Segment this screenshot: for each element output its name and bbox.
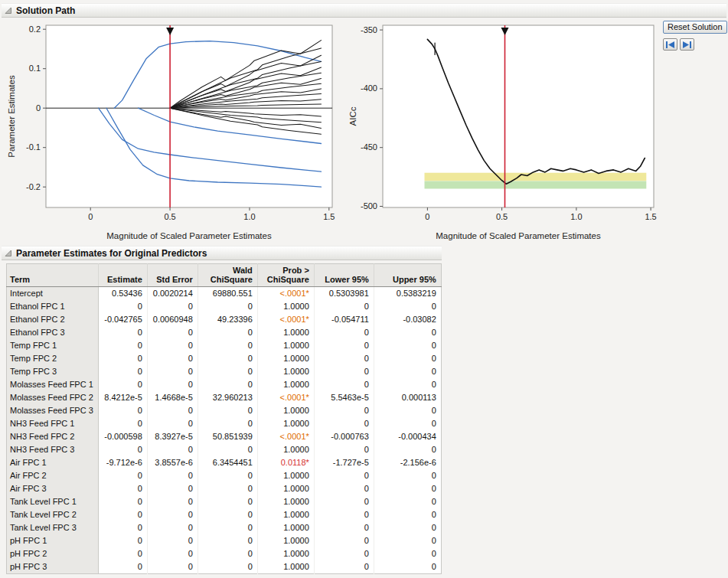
value-cell: 0 bbox=[147, 378, 198, 391]
table-row[interactable]: Molasses Feed FPC 28.4212e-51.4668e-532.… bbox=[7, 391, 442, 404]
value-cell: 0 bbox=[98, 469, 147, 482]
value-cell: 0 bbox=[98, 417, 147, 430]
table-row[interactable]: Ethanol FPC 30001.000000 bbox=[7, 326, 442, 339]
term-cell: Intercept bbox=[7, 287, 99, 301]
value-cell: 1.0000 bbox=[257, 326, 314, 339]
value-cell: 8.4212e-5 bbox=[98, 391, 147, 404]
value-cell: 1.0000 bbox=[257, 508, 314, 521]
value-cell: 3.8557e-6 bbox=[147, 456, 198, 469]
value-cell: 0.0118* bbox=[257, 456, 314, 469]
value-cell: 0 bbox=[314, 339, 374, 352]
table-row[interactable]: NH3 Feed FPC 10001.000000 bbox=[7, 417, 442, 430]
value-cell: 1.0000 bbox=[257, 404, 314, 417]
value-cell: 0 bbox=[147, 560, 198, 574]
svg-text:0.2: 0.2 bbox=[29, 24, 41, 34]
svg-text:0.1: 0.1 bbox=[29, 64, 41, 73]
column-header-term[interactable]: Term bbox=[7, 264, 99, 287]
value-cell: 0 bbox=[98, 482, 147, 495]
svg-text:0: 0 bbox=[88, 212, 93, 221]
term-cell: Tank Level FPC 1 bbox=[7, 495, 99, 508]
value-cell: -1.727e-5 bbox=[314, 456, 374, 469]
value-cell: 0.000113 bbox=[374, 391, 441, 404]
value-cell: 0 bbox=[98, 378, 147, 391]
table-row[interactable]: Molasses Feed FPC 10001.000000 bbox=[7, 378, 442, 391]
column-header-upper_95[interactable]: Upper 95% bbox=[374, 264, 441, 287]
table-row[interactable]: pH FPC 20001.000000 bbox=[7, 547, 442, 560]
value-cell: 1.0000 bbox=[257, 365, 314, 378]
table-row[interactable]: Tank Level FPC 10001.000000 bbox=[7, 495, 442, 508]
value-cell: 0 bbox=[374, 365, 441, 378]
column-header-wald_chisquare[interactable]: Wald ChiSquare bbox=[198, 264, 257, 287]
svg-text:-350: -350 bbox=[361, 25, 377, 34]
parameter-estimates-chart[interactable]: 00.51.01.5-0.2-0.100.10.2Magnitude of Sc… bbox=[5, 19, 337, 243]
column-header-estimate[interactable]: Estimate bbox=[98, 264, 147, 287]
value-cell: -0.000598 bbox=[98, 430, 147, 443]
value-cell: 1.0000 bbox=[257, 352, 314, 365]
table-row[interactable]: Ethanol FPC 10001.000000 bbox=[7, 300, 442, 313]
step-back-button[interactable] bbox=[663, 38, 677, 51]
table-row[interactable]: NH3 Feed FPC 30001.000000 bbox=[7, 443, 442, 456]
term-cell: Temp FPC 2 bbox=[7, 352, 99, 365]
table-row[interactable]: Tank Level FPC 30001.000000 bbox=[7, 521, 442, 534]
value-cell: 1.0000 bbox=[257, 521, 314, 534]
term-cell: Temp FPC 3 bbox=[7, 365, 99, 378]
reset-solution-button[interactable]: Reset Solution bbox=[663, 21, 727, 34]
value-cell: 8.3927e-5 bbox=[147, 430, 198, 443]
value-cell: 0 bbox=[374, 417, 441, 430]
value-cell: 0 bbox=[98, 508, 147, 521]
value-cell: 0 bbox=[147, 326, 198, 339]
value-cell: 1.0000 bbox=[257, 534, 314, 547]
value-cell: 0 bbox=[98, 560, 147, 574]
value-cell: 0 bbox=[147, 482, 198, 495]
table-row[interactable]: Temp FPC 20001.000000 bbox=[7, 352, 442, 365]
svg-text:1.5: 1.5 bbox=[323, 212, 335, 221]
value-cell: 0.0020214 bbox=[147, 287, 198, 301]
value-cell: 0 bbox=[147, 352, 198, 365]
table-row[interactable]: Air FPC 1-9.712e-63.8557e-66.34544510.01… bbox=[7, 456, 442, 469]
column-header-prob_chisquare[interactable]: Prob > ChiSquare bbox=[257, 264, 314, 287]
value-cell: 1.0000 bbox=[257, 339, 314, 352]
column-header-std_error[interactable]: Std Error bbox=[147, 264, 198, 287]
value-cell: 1.0000 bbox=[257, 547, 314, 560]
value-cell: 0 bbox=[198, 521, 257, 534]
value-cell: 0.53436 bbox=[98, 287, 147, 301]
table-row[interactable]: Air FPC 30001.000000 bbox=[7, 482, 442, 495]
disclosure-triangle-icon[interactable] bbox=[4, 6, 12, 15]
value-cell: 0.0060948 bbox=[147, 313, 198, 326]
table-row[interactable]: Tank Level FPC 20001.000000 bbox=[7, 508, 442, 521]
table-row[interactable]: Molasses Feed FPC 30001.000000 bbox=[7, 404, 442, 417]
table-row[interactable]: Temp FPC 10001.000000 bbox=[7, 339, 442, 352]
value-cell: -0.042765 bbox=[98, 313, 147, 326]
value-cell: 0 bbox=[198, 508, 257, 521]
table-row[interactable]: pH FPC 30001.000000 bbox=[7, 560, 442, 574]
table-row[interactable]: Air FPC 20001.000000 bbox=[7, 469, 442, 482]
table-row[interactable]: Ethanol FPC 2-0.0427650.006094849.23396<… bbox=[7, 313, 442, 326]
solution-path-header[interactable]: Solution Path bbox=[2, 3, 726, 18]
value-cell: 0 bbox=[147, 404, 198, 417]
table-row[interactable]: Intercept0.534360.002021469880.551<.0001… bbox=[7, 287, 442, 301]
term-cell: Air FPC 1 bbox=[7, 456, 99, 469]
disclosure-triangle-icon[interactable] bbox=[4, 249, 12, 257]
solution-controls: Reset Solution bbox=[663, 21, 727, 51]
term-cell: NH3 Feed FPC 1 bbox=[7, 417, 99, 430]
step-forward-button[interactable] bbox=[680, 38, 694, 51]
value-cell: 1.0000 bbox=[257, 417, 314, 430]
value-cell: 0 bbox=[314, 482, 374, 495]
value-cell: 0 bbox=[314, 443, 374, 456]
value-cell: 0 bbox=[314, 560, 374, 574]
table-row[interactable]: Temp FPC 30001.000000 bbox=[7, 365, 442, 378]
term-cell: pH FPC 3 bbox=[7, 560, 99, 574]
value-cell: 0 bbox=[147, 508, 198, 521]
value-cell: 0 bbox=[374, 521, 441, 534]
table-row[interactable]: NH3 Feed FPC 2-0.0005988.3927e-550.85193… bbox=[7, 430, 442, 443]
table-row[interactable]: pH FPC 10001.000000 bbox=[7, 534, 442, 547]
term-cell: Molasses Feed FPC 1 bbox=[7, 378, 99, 391]
aicc-chart[interactable]: 00.51.01.5-350-400-450-500Magnitude of S… bbox=[346, 19, 660, 243]
value-cell: 0 bbox=[147, 547, 198, 560]
term-cell: Ethanol FPC 2 bbox=[7, 313, 99, 326]
parameter-estimates-header[interactable]: Parameter Estimates for Original Predict… bbox=[2, 246, 442, 260]
value-cell: 0 bbox=[314, 508, 374, 521]
svg-text:Magnitude of Scaled Parameter: Magnitude of Scaled Parameter Estimates bbox=[106, 231, 272, 240]
value-cell: 0 bbox=[198, 352, 257, 365]
column-header-lower_95[interactable]: Lower 95% bbox=[314, 264, 374, 287]
